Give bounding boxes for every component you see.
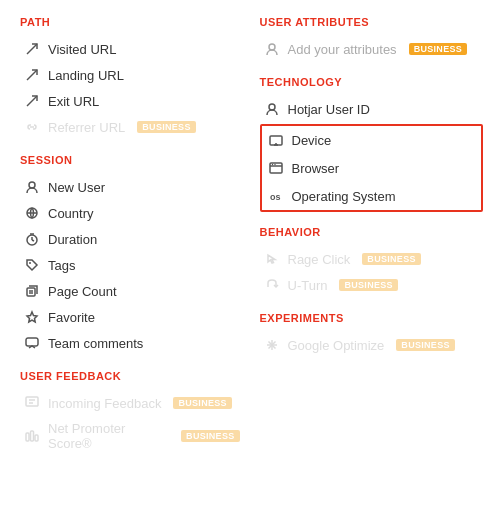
item-landing-url[interactable]: Landing URL: [20, 62, 244, 88]
item-duration[interactable]: Duration: [20, 226, 244, 252]
item-team-comments[interactable]: Team comments: [20, 330, 244, 356]
right-column: USER ATTRIBUTES Add your attributes BUSI…: [252, 16, 492, 456]
item-country[interactable]: Country: [20, 200, 244, 226]
item-google-optimize: Google Optimize BUSINESS: [260, 332, 484, 358]
svg-rect-21: [31, 431, 34, 441]
item-page-count[interactable]: Page Count: [20, 278, 244, 304]
item-referrer-url: Referrer URL BUSINESS: [20, 114, 244, 140]
country-icon: [24, 205, 40, 221]
device-label: Device: [292, 133, 332, 148]
rage-click-label: Rage Click: [288, 252, 351, 267]
path-section-title: PATH: [20, 16, 244, 28]
visited-url-label: Visited URL: [48, 42, 116, 57]
incoming-feedback-label: Incoming Feedback: [48, 396, 161, 411]
svg-rect-28: [270, 163, 282, 173]
exit-url-icon: [24, 93, 40, 109]
nps-label: Net Promoter Score®: [48, 421, 169, 451]
browser-label: Browser: [292, 161, 340, 176]
svg-line-1: [27, 70, 37, 80]
new-user-label: New User: [48, 180, 105, 195]
left-column: PATH Visited URL Landing URL: [12, 16, 252, 456]
landing-url-icon: [24, 67, 40, 83]
u-turn-label: U-Turn: [288, 278, 328, 293]
svg-rect-20: [26, 433, 29, 441]
landing-url-label: Landing URL: [48, 68, 124, 83]
duration-icon: [24, 231, 40, 247]
u-turn-icon: [264, 277, 280, 293]
tags-label: Tags: [48, 258, 75, 273]
item-new-user[interactable]: New User: [20, 174, 244, 200]
item-tags[interactable]: Tags: [20, 252, 244, 278]
page-count-label: Page Count: [48, 284, 117, 299]
svg-point-4: [29, 182, 35, 188]
team-comments-label: Team comments: [48, 336, 143, 351]
referrer-url-badge: BUSINESS: [137, 121, 195, 133]
favorite-label: Favorite: [48, 310, 95, 325]
device-icon: [268, 132, 284, 148]
google-optimize-icon: [264, 337, 280, 353]
new-user-icon: [24, 179, 40, 195]
item-hotjar-user-id[interactable]: Hotjar User ID: [260, 96, 484, 122]
svg-rect-12: [27, 288, 35, 296]
tags-icon: [24, 257, 40, 273]
exit-url-label: Exit URL: [48, 94, 99, 109]
svg-line-2: [27, 96, 37, 106]
page-count-icon: [24, 283, 40, 299]
favorite-icon: [24, 309, 40, 325]
hotjar-user-id-label: Hotjar User ID: [288, 102, 370, 117]
svg-point-24: [269, 104, 275, 110]
item-nps: Net Promoter Score® BUSINESS: [20, 416, 244, 456]
experiments-section-title: EXPERIMENTS: [260, 312, 484, 324]
os-icon: os: [268, 188, 284, 204]
add-attributes-badge: BUSINESS: [409, 43, 467, 55]
svg-point-23: [269, 44, 275, 50]
item-favorite[interactable]: Favorite: [20, 304, 244, 330]
technology-section-title: TECHNOLOGY: [260, 76, 484, 88]
item-incoming-feedback: Incoming Feedback BUSINESS: [20, 390, 244, 416]
item-visited-url[interactable]: Visited URL: [20, 36, 244, 62]
referrer-url-label: Referrer URL: [48, 120, 125, 135]
item-add-attributes[interactable]: Add your attributes BUSINESS: [260, 36, 484, 62]
item-browser[interactable]: Browser: [262, 154, 482, 182]
svg-marker-15: [27, 312, 37, 322]
item-operating-system[interactable]: os Operating System: [262, 182, 482, 210]
u-turn-badge: BUSINESS: [339, 279, 397, 291]
item-exit-url[interactable]: Exit URL: [20, 88, 244, 114]
svg-line-9: [32, 240, 34, 241]
google-optimize-badge: BUSINESS: [396, 339, 454, 351]
svg-point-11: [29, 262, 31, 264]
operating-system-label: Operating System: [292, 189, 396, 204]
svg-rect-17: [26, 397, 38, 406]
team-comments-icon: [24, 335, 40, 351]
session-section-title: SESSION: [20, 154, 244, 166]
add-attr-icon: [264, 41, 280, 57]
svg-rect-16: [26, 338, 38, 346]
user-feedback-section-title: USER FEEDBACK: [20, 370, 244, 382]
google-optimize-label: Google Optimize: [288, 338, 385, 353]
browser-icon: [268, 160, 284, 176]
highlighted-tech-group: Device Browser os: [260, 124, 484, 212]
hotjar-user-icon: [264, 101, 280, 117]
svg-point-31: [274, 164, 275, 165]
svg-text:os: os: [270, 192, 281, 202]
incoming-feedback-badge: BUSINESS: [173, 397, 231, 409]
svg-line-0: [27, 44, 37, 54]
svg-rect-22: [35, 435, 38, 441]
duration-label: Duration: [48, 232, 97, 247]
nps-badge: BUSINESS: [181, 430, 239, 442]
svg-point-30: [271, 164, 272, 165]
country-label: Country: [48, 206, 94, 221]
item-device[interactable]: Device: [262, 126, 482, 154]
item-rage-click: Rage Click BUSINESS: [260, 246, 484, 272]
rage-click-badge: BUSINESS: [362, 253, 420, 265]
item-u-turn: U-Turn BUSINESS: [260, 272, 484, 298]
incoming-feedback-icon: [24, 395, 40, 411]
add-attributes-label: Add your attributes: [288, 42, 397, 57]
visited-url-icon: [24, 41, 40, 57]
rage-click-icon: [264, 251, 280, 267]
referrer-url-icon: [24, 119, 40, 135]
behavior-section-title: BEHAVIOR: [260, 226, 484, 238]
user-attr-section-title: USER ATTRIBUTES: [260, 16, 484, 28]
nps-icon: [24, 428, 40, 444]
